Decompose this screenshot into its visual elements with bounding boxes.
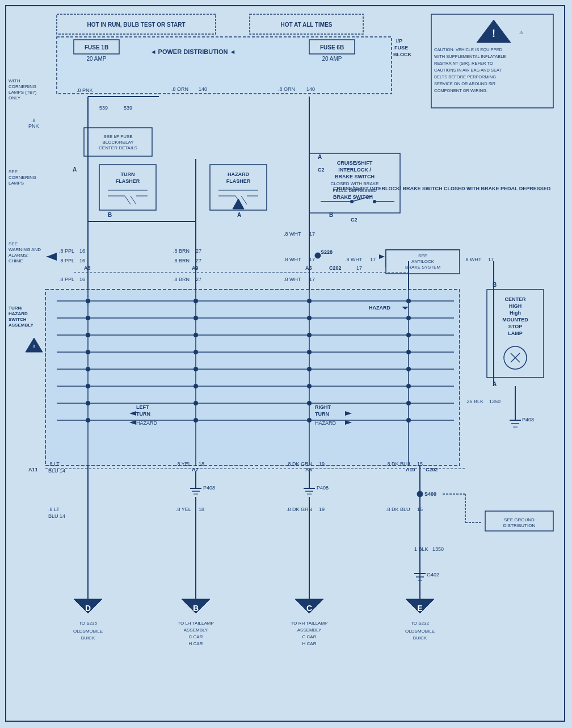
svg-text:LAMPS (TB7): LAMPS (TB7) [9, 90, 37, 95]
wire-pnk-label: .8 PNK [77, 87, 93, 93]
svg-text:H CAR: H CAR [302, 641, 317, 646]
svg-text:16: 16 [79, 248, 85, 254]
svg-text:ALARMS:: ALARMS: [9, 253, 28, 258]
conn-d-label: D [85, 604, 91, 613]
svg-rect-88 [45, 290, 460, 466]
svg-text:⚠: ⚠ [519, 30, 523, 35]
svg-text:16: 16 [79, 277, 85, 282]
see-warning-label: SEE [9, 241, 18, 246]
svg-text:.8 LT: .8 LT [48, 507, 60, 512]
svg-text:BUICK: BUICK [81, 635, 95, 641]
svg-text:HAZARD: HAZARD [315, 420, 337, 426]
svg-text:SERVICE ON OR AROUND SIR: SERVICE ON OR AROUND SIR [434, 81, 496, 86]
p408-lamp-label: P408 [522, 417, 534, 422]
amp-20-1-label: 20 AMP [86, 56, 106, 62]
svg-point-120 [194, 401, 198, 405]
svg-point-121 [194, 418, 198, 422]
svg-text:LAMPS: LAMPS [9, 181, 24, 186]
svg-text:18: 18 [199, 507, 204, 512]
svg-text:17: 17 [309, 257, 315, 262]
svg-text:.8 YEL: .8 YEL [176, 507, 191, 512]
svg-text:CHIME: CHIME [9, 258, 23, 263]
with-cornering-label: WITH [9, 78, 20, 83]
wire-dkblu-label: .8 DK BLU [386, 461, 410, 467]
conn-e-label: E [417, 604, 422, 613]
wire-ltblu-label: .8 LT [48, 461, 60, 467]
svg-point-133 [406, 350, 411, 354]
svg-text:.8 ORN: .8 ORN [171, 86, 188, 92]
to-s232-label: TO S232 [411, 621, 429, 626]
svg-text:SEE: SEE [418, 253, 427, 258]
svg-text:COMPONENT OR WIRING.: COMPONENT OR WIRING. [434, 88, 487, 93]
fuse-1b-label: FUSE 1B [85, 44, 108, 51]
power-dist-label: ◄ POWER DISTRIBUTION ◄ [150, 48, 236, 55]
ip-fuse-label: I/P [396, 38, 402, 44]
svg-point-122 [307, 299, 312, 303]
right-turn-label: RIGHT [315, 404, 331, 410]
svg-text:27: 27 [196, 258, 201, 263]
svg-point-129 [307, 418, 312, 422]
conn-a-hazard-label: A [237, 212, 241, 218]
svg-text:539: 539 [124, 105, 132, 111]
svg-text:BLOCK/RELAY: BLOCK/RELAY [103, 140, 134, 145]
see-ip-fuse-label: SEE I/P FUSE [103, 134, 132, 139]
svg-text:WARNING AND: WARNING AND [9, 247, 41, 252]
svg-text:1350: 1350 [489, 399, 500, 404]
conn-a9-label: A9 [192, 265, 199, 271]
conn-c202-bot-label: C202 [426, 467, 438, 472]
svg-text:HAZARD: HAZARD [136, 420, 158, 426]
conn-a7-label: A7 [192, 467, 199, 472]
svg-text:OLDSMOBILE: OLDSMOBILE [405, 629, 435, 634]
main-container: HOT IN RUN, BULB TEST OR START HOT AT AL… [0, 0, 572, 728]
svg-point-130 [406, 299, 411, 303]
svg-text:.8 DK BLU: .8 DK BLU [386, 507, 410, 512]
svg-point-136 [406, 401, 411, 405]
svg-text:539: 539 [99, 105, 108, 111]
conn-b-btm-label: B [193, 604, 199, 613]
svg-point-119 [194, 384, 198, 388]
svg-point-116 [194, 333, 198, 337]
svg-text:DISTRIBUTION: DISTRIBUTION [503, 523, 536, 528]
p408-a7-label: P408 [203, 485, 215, 491]
conn-a5-label: A5 [305, 265, 312, 271]
conn-a11-label: A11 [28, 467, 38, 472]
svg-text:BRAKE SYSTEM: BRAKE SYSTEM [405, 265, 441, 270]
svg-text:.8 BRN: .8 BRN [173, 277, 190, 282]
svg-point-137 [406, 418, 411, 422]
svg-text:17: 17 [309, 277, 315, 282]
conn-a8-label: A8 [84, 265, 91, 271]
svg-text:FUSE: FUSE [394, 45, 408, 51]
hot-run-label: HOT IN RUN, BULB TEST OR START [87, 22, 185, 28]
svg-text:.8 BRN: .8 BRN [173, 258, 190, 263]
svg-text:.8: .8 [31, 118, 36, 123]
svg-text:27: 27 [196, 277, 201, 282]
hazard-inside-label: HAZARD [369, 305, 390, 311]
wire-dkgrn-label: .8 DK GRN [287, 461, 312, 467]
svg-text:INTERLOCK /: INTERLOCK / [338, 167, 371, 173]
svg-text:19: 19 [319, 461, 325, 467]
wire-wht-17-top: .8 WHT [284, 231, 301, 237]
conn-a-cruise-label: A [318, 154, 322, 160]
svg-point-106 [86, 299, 90, 303]
svg-point-124 [307, 333, 312, 337]
svg-text:140: 140 [199, 86, 207, 92]
svg-text:LAMP: LAMP [508, 330, 523, 336]
svg-text:STOP: STOP [508, 324, 522, 329]
svg-point-115 [194, 316, 198, 320]
svg-point-135 [406, 384, 411, 388]
to-s235-label: TO S235 [79, 621, 97, 626]
left-turn-label: LEFT [136, 404, 149, 410]
svg-text:.8 WHT: .8 WHT [284, 277, 301, 282]
svg-text:27: 27 [196, 248, 201, 254]
conn-c2-label: C2 [318, 167, 325, 173]
conn-c202-top-label: C202 [329, 265, 342, 271]
conn-b-top-label: B [108, 212, 112, 218]
svg-point-109 [86, 350, 90, 354]
svg-text:17: 17 [356, 265, 362, 271]
svg-text:C CAR: C CAR [189, 634, 203, 639]
s400-label: S400 [424, 491, 436, 497]
caution-label: CAUTION: VEHICLE IS EQUIPPED [434, 47, 503, 52]
svg-text:H CAR: H CAR [189, 641, 203, 646]
conn-a10-label: A10 [406, 467, 415, 472]
svg-text:.8 DK GRN: .8 DK GRN [287, 507, 312, 512]
